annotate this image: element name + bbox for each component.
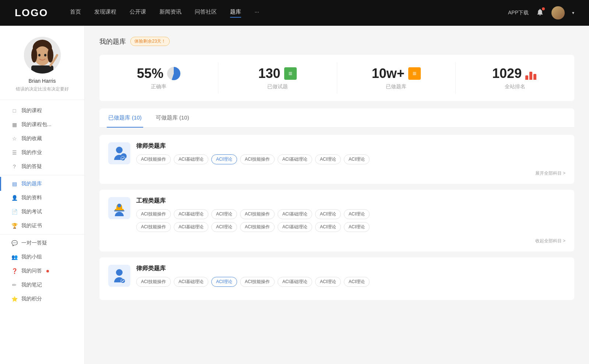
nav-home[interactable]: 首页: [70, 8, 81, 18]
sidebar-divider-1: [0, 175, 84, 175]
tag-item[interactable]: ACI理论: [344, 277, 370, 287]
engineer-bank-icon: [108, 197, 130, 219]
tag-item[interactable]: ACI技能操作: [136, 222, 171, 232]
expand-link[interactable]: 展开全部科目 >: [108, 170, 565, 176]
stat-row: 55%: [107, 66, 211, 81]
page-wrapper: Brian Harris 错误的决定比没有决定要好 □ 我的课程 ▦ 我的课程包…: [0, 26, 589, 364]
sidebar-menu: □ 我的课程 ▦ 我的课程包... ☆ 我的收藏 ☰ 我的作业 ? 我的答疑 ▤: [0, 100, 84, 310]
homework-icon: ☰: [11, 150, 18, 156]
svg-point-3: [31, 48, 37, 63]
accuracy-label: 正确率: [107, 83, 211, 90]
svg-rect-12: [114, 210, 124, 211]
tag-item[interactable]: ACI技能操作: [136, 277, 171, 287]
nav-right: APP下载 ▾: [508, 6, 574, 19]
tag-item[interactable]: ACI技能操作: [240, 209, 275, 219]
sidebar-item-notes[interactable]: ✏ 我的笔记: [0, 278, 84, 292]
tag-item[interactable]: ACI基础理论: [278, 209, 312, 219]
tags-row-2: ACI技能操作 ACI基础理论 ACI理论 ACI技能操作 ACI基础理论 AC…: [136, 222, 565, 232]
tag-item[interactable]: ACI基础理论: [174, 222, 208, 232]
tag-item-active[interactable]: ACI理论: [211, 154, 237, 164]
sidebar-item-label: 我的笔记: [21, 282, 42, 288]
nav-qa[interactable]: 问答社区: [195, 8, 217, 18]
tag-item[interactable]: ACI理论: [211, 209, 237, 219]
sidebar-item-questions[interactable]: ? 我的答疑: [0, 160, 84, 174]
sidebar-item-points[interactable]: ⭐ 我的积分: [0, 292, 84, 306]
lawyer-bank-icon-2: [108, 265, 130, 287]
tag-item[interactable]: ACI基础理论: [278, 222, 312, 232]
svg-point-13: [117, 204, 121, 207]
notes-icon: ✏: [11, 282, 18, 288]
tag-item[interactable]: ACI技能操作: [240, 222, 275, 232]
user-menu-chevron[interactable]: ▾: [572, 10, 574, 15]
sidebar-item-profile[interactable]: 👤 我的资料: [0, 191, 84, 205]
sidebar-item-courses[interactable]: □ 我的课程: [0, 104, 84, 118]
banks-done-number: 10w+: [372, 66, 405, 81]
tag-item[interactable]: ACI技能操作: [240, 277, 275, 287]
tag-item[interactable]: ACI理论: [315, 222, 341, 232]
main-content: 我的题库 体验剩余23天！ 55% 正确率 130 ≡ 已做试题: [85, 26, 589, 364]
nav-more[interactable]: ···: [254, 8, 259, 18]
tag-item[interactable]: ACI理论: [315, 209, 341, 219]
tag-item[interactable]: ACI理论: [315, 154, 341, 164]
app-download-button[interactable]: APP下载: [508, 10, 529, 16]
tag-item[interactable]: ACI理论: [344, 222, 370, 232]
packages-icon: ▦: [11, 122, 18, 128]
sidebar-item-certificates[interactable]: 🏆 我的证书: [0, 219, 84, 233]
lawyer-icon-svg-2: [111, 268, 127, 284]
page-title: 我的题库: [99, 37, 126, 46]
stat-accuracy: 55% 正确率: [99, 62, 218, 94]
tabs-row: 已做题库 (10) 可做题库 (10): [99, 108, 574, 128]
collapse-link[interactable]: 收起全部科目 >: [108, 238, 565, 244]
sidebar-item-label: 我的收藏: [21, 135, 42, 142]
tag-item[interactable]: ACI基础理论: [278, 154, 312, 164]
tag-item[interactable]: ACI理论: [315, 277, 341, 287]
sidebar-item-label: 我的答疑: [21, 163, 42, 170]
tag-item[interactable]: ACI基础理论: [278, 277, 312, 287]
chat-icon: 💬: [11, 240, 18, 246]
sidebar-item-label: 我的小组: [21, 254, 42, 260]
nav-question-bank[interactable]: 题库: [230, 8, 241, 18]
sidebar-item-course-packages[interactable]: ▦ 我的课程包...: [0, 118, 84, 132]
sidebar-item-groups[interactable]: 👥 我的小组: [0, 250, 84, 264]
points-icon: ⭐: [11, 296, 18, 302]
qa-icon: ❓: [11, 268, 18, 274]
sidebar-item-my-qa[interactable]: ❓ 我的问答: [0, 264, 84, 278]
sidebar-item-question-bank[interactable]: ▤ 我的题库: [0, 177, 84, 191]
sidebar-item-favorites[interactable]: ☆ 我的收藏: [0, 132, 84, 146]
questions-done-label: 已做试题: [226, 83, 329, 90]
user-avatar[interactable]: [551, 6, 565, 19]
bank-title-area: 律师类题库 ACI技能操作 ACI基础理论 ACI理论 ACI技能操作 ACI基…: [136, 265, 565, 287]
questions-done-number: 130: [258, 66, 281, 81]
sidebar-item-exams[interactable]: 📄 我的考试: [0, 205, 84, 219]
nav-news[interactable]: 新闻资讯: [159, 8, 181, 18]
tag-item-active[interactable]: ACI理论: [211, 277, 237, 287]
nav-open-course[interactable]: 公开课: [130, 8, 146, 18]
tags-row: ACI技能操作 ACI基础理论 ACI理论 ACI技能操作 ACI基础理论 AC…: [136, 154, 565, 164]
nav-links: 首页 发现课程 公开课 新闻资讯 问答社区 题库 ···: [70, 8, 508, 18]
tab-done-banks[interactable]: 已做题库 (10): [107, 108, 143, 127]
notification-dot: [542, 7, 545, 10]
sidebar-item-homework[interactable]: ☰ 我的作业: [0, 146, 84, 160]
bank-card-lawyer-1: 律师类题库 ACI技能操作 ACI基础理论 ACI理论 ACI技能操作 ACI基…: [99, 135, 574, 184]
tag-item[interactable]: ACI理论: [211, 222, 237, 232]
tag-item[interactable]: ACI理论: [344, 154, 370, 164]
tag-item[interactable]: ACI技能操作: [240, 154, 275, 164]
tab-available-banks[interactable]: 可做题库 (10): [154, 108, 191, 127]
rank-number: 1029: [492, 66, 522, 81]
tag-item[interactable]: ACI技能操作: [136, 209, 171, 219]
bar-2: [529, 72, 532, 80]
tag-item[interactable]: ACI基础理论: [174, 209, 208, 219]
tag-item[interactable]: ACI基础理论: [174, 154, 208, 164]
profile-icon: 👤: [11, 195, 18, 201]
banks-done-label: 已做题库: [345, 83, 448, 90]
notification-bell[interactable]: [536, 8, 544, 18]
tag-item[interactable]: ACI基础理论: [174, 277, 208, 287]
nav-discover[interactable]: 发现课程: [94, 8, 116, 18]
tag-item[interactable]: ACI理论: [344, 209, 370, 219]
group-icon: 👥: [11, 254, 18, 260]
stats-bar: 55% 正确率 130 ≡ 已做试题 10w+ ≡ 已做题库: [99, 55, 574, 101]
bank-card-lawyer-2: 律师类题库 ACI技能操作 ACI基础理论 ACI理论 ACI技能操作 ACI基…: [99, 257, 574, 300]
pie-chart-icon: [167, 67, 180, 80]
tag-item[interactable]: ACI技能操作: [136, 154, 171, 164]
sidebar-item-one-on-one[interactable]: 💬 一对一答疑: [0, 236, 84, 250]
